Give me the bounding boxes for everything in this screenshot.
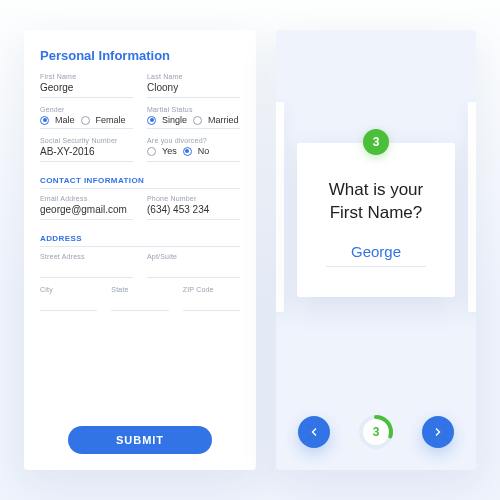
chevron-right-icon [432, 426, 444, 438]
email-field[interactable]: Email Address george@gmail.com [40, 195, 133, 220]
zip-label: ZIP Code [183, 286, 240, 293]
ssn-field[interactable]: Social Security Number AB-XY-2016 [40, 137, 133, 162]
state-label: State [111, 286, 168, 293]
ssn-label: Social Security Number [40, 137, 133, 144]
wizard-card-next-peek[interactable] [468, 102, 476, 312]
email-value: george@gmail.com [40, 204, 133, 216]
phone-field[interactable]: Phone Number (634) 453 234 [147, 195, 240, 220]
personal-info-card: Personal Information First Name George L… [24, 30, 256, 470]
chevron-left-icon [308, 426, 320, 438]
wizard-card-prev-peek[interactable] [276, 102, 284, 312]
state-value [111, 295, 168, 307]
street-field[interactable]: Street Adress [40, 253, 133, 278]
marital-married-label: Married [208, 115, 239, 125]
apt-value [147, 262, 240, 274]
phone-label: Phone Number [147, 195, 240, 202]
wizard-question: What is your First Name? [313, 179, 439, 225]
city-label: City [40, 286, 97, 293]
wizard-prev-button[interactable] [298, 416, 330, 448]
last-name-label: Last Name [147, 73, 240, 80]
gender-female-radio[interactable] [81, 116, 90, 125]
submit-button[interactable]: SUBMIT [68, 426, 212, 454]
marital-single-radio[interactable] [147, 116, 156, 125]
step-badge: 3 [363, 129, 389, 155]
divorced-field: Are you divorced? Yes No [147, 137, 240, 162]
wizard-screen: 3 What is your First Name? George 3 [276, 30, 476, 470]
ssn-value: AB-XY-2016 [40, 146, 133, 158]
divorced-no-radio[interactable] [183, 147, 192, 156]
city-value [40, 295, 97, 307]
zip-field[interactable]: ZIP Code [183, 286, 240, 311]
first-name-label: First Name [40, 73, 133, 80]
marital-single-label: Single [162, 115, 187, 125]
wizard-progress-ring: 3 [358, 414, 394, 450]
address-section-label: ADDRESS [40, 234, 240, 247]
divorced-yes-radio[interactable] [147, 147, 156, 156]
zip-value [183, 295, 240, 307]
email-label: Email Address [40, 195, 133, 202]
street-label: Street Adress [40, 253, 133, 260]
last-name-field[interactable]: Last Name Cloony [147, 73, 240, 98]
gender-label: Gender [40, 106, 133, 113]
contact-section-label: CONTACT INFORMATION [40, 176, 240, 189]
first-name-field[interactable]: First Name George [40, 73, 133, 98]
gender-female-label: Female [96, 115, 126, 125]
wizard-card: 3 What is your First Name? George [297, 143, 455, 297]
divorced-label: Are you divorced? [147, 137, 240, 144]
divorced-yes-label: Yes [162, 146, 177, 156]
state-field[interactable]: State [111, 286, 168, 311]
city-field[interactable]: City [40, 286, 97, 311]
wizard-answer-input[interactable]: George [326, 243, 427, 267]
marital-married-radio[interactable] [193, 116, 202, 125]
gender-field: Gender Male Female [40, 106, 133, 129]
gender-male-radio[interactable] [40, 116, 49, 125]
wizard-stage: 3 What is your First Name? George [276, 30, 476, 400]
apt-label: Apt/Suite [147, 253, 240, 260]
marital-label: Martial Status [147, 106, 240, 113]
gender-male-label: Male [55, 115, 75, 125]
form-title: Personal Information [40, 48, 240, 63]
last-name-value: Cloony [147, 82, 240, 94]
first-name-value: George [40, 82, 133, 94]
wizard-progress-number: 3 [358, 414, 394, 450]
apt-field[interactable]: Apt/Suite [147, 253, 240, 278]
marital-field: Martial Status Single Married [147, 106, 240, 129]
wizard-nav: 3 [276, 400, 476, 470]
wizard-next-button[interactable] [422, 416, 454, 448]
phone-value: (634) 453 234 [147, 204, 240, 216]
street-value [40, 262, 133, 274]
divorced-no-label: No [198, 146, 210, 156]
